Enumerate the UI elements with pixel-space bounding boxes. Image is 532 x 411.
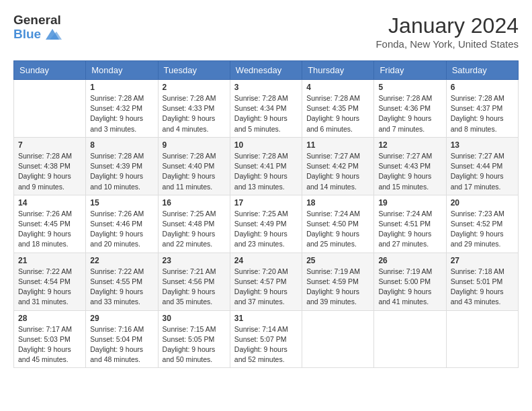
logo-blue: Blue <box>13 28 41 42</box>
calendar-cell: 26Sunrise: 7:19 AM Sunset: 5:00 PM Dayli… <box>374 253 446 310</box>
day-info: Sunrise: 7:19 AM Sunset: 4:59 PM Dayligh… <box>306 267 369 308</box>
day-number: 3 <box>234 83 298 92</box>
day-number: 11 <box>306 140 369 150</box>
calendar-cell: 29Sunrise: 7:16 AM Sunset: 5:04 PM Dayli… <box>86 310 158 368</box>
calendar-cell: 8Sunrise: 7:28 AM Sunset: 4:39 PM Daylig… <box>86 137 158 195</box>
calendar-cell: 20Sunrise: 7:23 AM Sunset: 4:52 PM Dayli… <box>446 195 518 253</box>
day-number: 13 <box>451 140 514 150</box>
day-info: Sunrise: 7:26 AM Sunset: 4:45 PM Dayligh… <box>18 209 81 250</box>
calendar-cell: 5Sunrise: 7:28 AM Sunset: 4:36 PM Daylig… <box>374 80 446 138</box>
day-number: 1 <box>90 83 153 92</box>
day-number: 5 <box>378 83 441 92</box>
day-info: Sunrise: 7:28 AM Sunset: 4:41 PM Dayligh… <box>234 151 298 192</box>
calendar-cell: 6Sunrise: 7:28 AM Sunset: 4:37 PM Daylig… <box>446 80 518 138</box>
day-number: 31 <box>234 314 298 323</box>
day-number: 6 <box>451 83 514 92</box>
calendar-cell: 19Sunrise: 7:24 AM Sunset: 4:51 PM Dayli… <box>374 195 446 253</box>
calendar-cell: 27Sunrise: 7:18 AM Sunset: 5:01 PM Dayli… <box>446 253 518 310</box>
day-info: Sunrise: 7:27 AM Sunset: 4:42 PM Dayligh… <box>306 151 369 192</box>
location-subtitle: Fonda, New York, United States <box>375 38 519 50</box>
day-info: Sunrise: 7:28 AM Sunset: 4:40 PM Dayligh… <box>163 151 226 192</box>
day-of-week-header: Tuesday <box>158 61 230 80</box>
day-info: Sunrise: 7:22 AM Sunset: 4:54 PM Dayligh… <box>18 267 81 308</box>
calendar-cell: 10Sunrise: 7:28 AM Sunset: 4:41 PM Dayli… <box>230 137 302 195</box>
day-of-week-header: Friday <box>374 61 446 80</box>
calendar-week-row: 21Sunrise: 7:22 AM Sunset: 4:54 PM Dayli… <box>14 253 519 310</box>
calendar-cell: 17Sunrise: 7:25 AM Sunset: 4:49 PM Dayli… <box>230 195 302 253</box>
day-number: 10 <box>234 140 298 150</box>
day-number: 21 <box>18 256 81 265</box>
calendar-cell: 21Sunrise: 7:22 AM Sunset: 4:54 PM Dayli… <box>14 253 86 310</box>
day-number: 2 <box>163 83 226 92</box>
calendar-header-row: SundayMondayTuesdayWednesdayThursdayFrid… <box>14 61 519 80</box>
calendar-body: 1Sunrise: 7:28 AM Sunset: 4:32 PM Daylig… <box>14 80 519 368</box>
day-info: Sunrise: 7:28 AM Sunset: 4:36 PM Dayligh… <box>378 93 441 134</box>
day-info: Sunrise: 7:28 AM Sunset: 4:35 PM Dayligh… <box>306 93 369 134</box>
calendar-cell: 18Sunrise: 7:24 AM Sunset: 4:50 PM Dayli… <box>302 195 374 253</box>
calendar-week-row: 14Sunrise: 7:26 AM Sunset: 4:45 PM Dayli… <box>14 195 519 253</box>
page-header: General Blue January 2024 Fonda, New Yor… <box>13 13 519 50</box>
calendar-table: SundayMondayTuesdayWednesdayThursdayFrid… <box>13 60 519 368</box>
calendar-cell: 11Sunrise: 7:27 AM Sunset: 4:42 PM Dayli… <box>302 137 374 195</box>
day-info: Sunrise: 7:17 AM Sunset: 5:03 PM Dayligh… <box>18 324 81 365</box>
calendar-cell: 25Sunrise: 7:19 AM Sunset: 4:59 PM Dayli… <box>302 253 374 310</box>
calendar-cell: 12Sunrise: 7:27 AM Sunset: 4:43 PM Dayli… <box>374 137 446 195</box>
day-info: Sunrise: 7:23 AM Sunset: 4:52 PM Dayligh… <box>451 209 514 250</box>
day-info: Sunrise: 7:22 AM Sunset: 4:55 PM Dayligh… <box>90 267 153 308</box>
day-of-week-header: Wednesday <box>230 61 302 80</box>
calendar-cell <box>14 80 86 138</box>
calendar-week-row: 7Sunrise: 7:28 AM Sunset: 4:38 PM Daylig… <box>14 137 519 195</box>
calendar-cell: 16Sunrise: 7:25 AM Sunset: 4:48 PM Dayli… <box>158 195 230 253</box>
calendar-cell: 23Sunrise: 7:21 AM Sunset: 4:56 PM Dayli… <box>158 253 230 310</box>
day-of-week-header: Thursday <box>302 61 374 80</box>
day-info: Sunrise: 7:28 AM Sunset: 4:32 PM Dayligh… <box>90 93 153 134</box>
day-number: 15 <box>90 198 153 208</box>
day-number: 30 <box>163 314 226 323</box>
calendar-cell <box>374 310 446 368</box>
day-number: 29 <box>90 314 153 323</box>
day-number: 22 <box>90 256 153 265</box>
calendar-cell: 9Sunrise: 7:28 AM Sunset: 4:40 PM Daylig… <box>158 137 230 195</box>
day-number: 28 <box>18 314 81 323</box>
calendar-cell: 7Sunrise: 7:28 AM Sunset: 4:38 PM Daylig… <box>14 137 86 195</box>
day-info: Sunrise: 7:18 AM Sunset: 5:01 PM Dayligh… <box>451 267 514 308</box>
day-number: 12 <box>378 140 441 150</box>
logo: General Blue <box>13 13 62 42</box>
title-block: January 2024 Fonda, New York, United Sta… <box>375 13 519 50</box>
calendar-cell: 4Sunrise: 7:28 AM Sunset: 4:35 PM Daylig… <box>302 80 374 138</box>
calendar-cell: 22Sunrise: 7:22 AM Sunset: 4:55 PM Dayli… <box>86 253 158 310</box>
day-info: Sunrise: 7:27 AM Sunset: 4:44 PM Dayligh… <box>451 151 514 192</box>
day-number: 23 <box>163 256 226 265</box>
calendar-cell: 15Sunrise: 7:26 AM Sunset: 4:46 PM Dayli… <box>86 195 158 253</box>
day-info: Sunrise: 7:28 AM Sunset: 4:39 PM Dayligh… <box>90 151 153 192</box>
day-info: Sunrise: 7:25 AM Sunset: 4:49 PM Dayligh… <box>234 209 298 250</box>
calendar-cell: 1Sunrise: 7:28 AM Sunset: 4:32 PM Daylig… <box>86 80 158 138</box>
calendar-cell: 2Sunrise: 7:28 AM Sunset: 4:33 PM Daylig… <box>158 80 230 138</box>
day-number: 18 <box>306 198 369 208</box>
calendar-cell: 28Sunrise: 7:17 AM Sunset: 5:03 PM Dayli… <box>14 310 86 368</box>
day-info: Sunrise: 7:15 AM Sunset: 5:05 PM Dayligh… <box>163 324 226 365</box>
calendar-cell: 31Sunrise: 7:14 AM Sunset: 5:07 PM Dayli… <box>230 310 302 368</box>
calendar-cell: 24Sunrise: 7:20 AM Sunset: 4:57 PM Dayli… <box>230 253 302 310</box>
day-number: 27 <box>451 256 514 265</box>
day-number: 4 <box>306 83 369 92</box>
day-info: Sunrise: 7:28 AM Sunset: 4:33 PM Dayligh… <box>163 93 226 134</box>
day-number: 20 <box>451 198 514 208</box>
day-number: 16 <box>163 198 226 208</box>
calendar-cell <box>446 310 518 368</box>
day-info: Sunrise: 7:25 AM Sunset: 4:48 PM Dayligh… <box>163 209 226 250</box>
day-info: Sunrise: 7:16 AM Sunset: 5:04 PM Dayligh… <box>90 324 153 365</box>
day-number: 26 <box>378 256 441 265</box>
month-year-title: January 2024 <box>375 13 519 38</box>
day-number: 25 <box>306 256 369 265</box>
day-info: Sunrise: 7:19 AM Sunset: 5:00 PM Dayligh… <box>378 267 441 308</box>
day-number: 14 <box>18 198 81 208</box>
day-info: Sunrise: 7:28 AM Sunset: 4:34 PM Dayligh… <box>234 93 298 134</box>
day-info: Sunrise: 7:24 AM Sunset: 4:51 PM Dayligh… <box>378 209 441 250</box>
day-info: Sunrise: 7:14 AM Sunset: 5:07 PM Dayligh… <box>234 324 298 365</box>
day-info: Sunrise: 7:21 AM Sunset: 4:56 PM Dayligh… <box>163 267 226 308</box>
day-info: Sunrise: 7:27 AM Sunset: 4:43 PM Dayligh… <box>378 151 441 192</box>
logo-general: General <box>13 13 62 28</box>
day-number: 24 <box>234 256 298 265</box>
calendar-cell: 3Sunrise: 7:28 AM Sunset: 4:34 PM Daylig… <box>230 80 302 138</box>
